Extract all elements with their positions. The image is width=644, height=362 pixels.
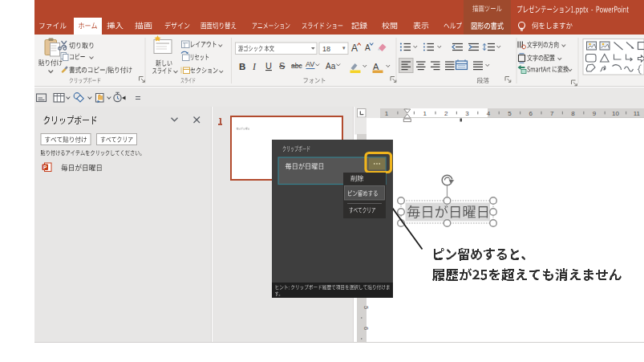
svg-text:18: 18: [322, 45, 330, 53]
svg-text:1: 1: [385, 110, 389, 117]
svg-text:8: 8: [571, 110, 575, 117]
svg-text:5: 5: [363, 306, 370, 309]
svg-text:AV: AV: [306, 60, 314, 68]
svg-text:7: 7: [550, 110, 554, 117]
svg-text:abc: abc: [291, 62, 302, 70]
svg-text:A: A: [373, 62, 379, 71]
svg-text:I: I: [252, 61, 257, 72]
svg-text:P: P: [43, 165, 47, 170]
svg-text:A: A: [351, 43, 358, 54]
svg-text:Aa: Aa: [326, 62, 336, 71]
svg-text:2: 2: [444, 110, 448, 117]
svg-text:B: B: [239, 62, 245, 71]
svg-text:▾: ▾: [342, 45, 346, 51]
svg-text:6: 6: [529, 110, 533, 117]
svg-text:4: 4: [487, 110, 491, 117]
svg-text:A: A: [365, 43, 371, 52]
svg-text:3: 3: [465, 110, 469, 117]
svg-text:U: U: [265, 61, 272, 71]
svg-text:10: 10: [612, 110, 619, 117]
svg-text:6: 6: [363, 327, 370, 330]
svg-text:9: 9: [593, 110, 597, 117]
svg-text:S: S: [279, 61, 285, 71]
svg-text:11: 11: [634, 110, 641, 117]
svg-text:5: 5: [508, 110, 512, 117]
svg-text:1: 1: [423, 110, 427, 117]
